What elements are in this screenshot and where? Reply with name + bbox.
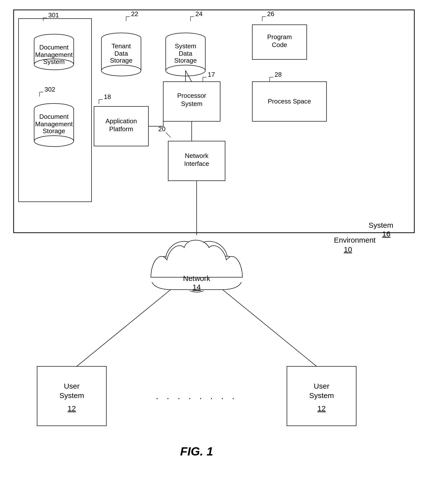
svg-point-22 — [34, 136, 74, 147]
svg-text:24: 24 — [195, 10, 203, 18]
svg-text:Document: Document — [39, 44, 69, 51]
svg-text:Management: Management — [35, 51, 73, 58]
svg-text:Network: Network — [185, 152, 209, 159]
svg-text:Storage: Storage — [43, 127, 65, 135]
svg-text:User: User — [314, 382, 329, 390]
svg-text:FIG. 1: FIG. 1 — [180, 445, 213, 458]
svg-text:14: 14 — [192, 283, 201, 291]
svg-line-90 — [77, 290, 171, 366]
svg-text:System: System — [309, 391, 334, 400]
svg-text:Storage: Storage — [110, 57, 132, 64]
svg-text:Program: Program — [267, 33, 292, 41]
svg-text:Data: Data — [115, 50, 128, 57]
svg-text:Network: Network — [183, 274, 210, 282]
svg-text:Tenant: Tenant — [112, 42, 131, 50]
svg-text:16: 16 — [382, 230, 390, 238]
svg-text:Code: Code — [272, 41, 287, 49]
svg-text:Storage: Storage — [174, 57, 197, 64]
svg-text:26: 26 — [267, 10, 274, 18]
svg-text:Interface: Interface — [184, 160, 209, 167]
svg-text:Environment: Environment — [334, 236, 376, 244]
svg-point-33 — [101, 65, 141, 76]
svg-line-91 — [223, 290, 317, 366]
svg-text:Processor: Processor — [177, 92, 206, 99]
svg-text:Management: Management — [35, 120, 73, 128]
svg-text:18: 18 — [104, 93, 111, 101]
svg-text:System: System — [369, 221, 393, 229]
svg-text:System: System — [59, 391, 84, 400]
svg-text:Platform: Platform — [109, 125, 133, 133]
svg-text:System: System — [181, 100, 203, 107]
svg-text:22: 22 — [131, 10, 138, 18]
svg-text:301: 301 — [48, 11, 59, 19]
svg-text:Application: Application — [105, 117, 137, 125]
svg-text:10: 10 — [344, 245, 352, 253]
svg-text:12: 12 — [317, 404, 326, 412]
svg-text:28: 28 — [275, 71, 282, 78]
svg-text:System: System — [43, 58, 65, 65]
svg-text:302: 302 — [45, 86, 55, 93]
svg-text:Data: Data — [179, 50, 192, 57]
svg-text:17: 17 — [208, 71, 215, 78]
svg-text:Document: Document — [39, 113, 69, 120]
svg-text:12: 12 — [68, 404, 76, 412]
svg-text:· · · · · · · ·: · · · · · · · · — [156, 393, 237, 403]
svg-text:System: System — [175, 42, 196, 50]
svg-text:User: User — [64, 382, 79, 390]
svg-text:Process Space: Process Space — [268, 98, 311, 105]
svg-line-72 — [166, 132, 171, 137]
